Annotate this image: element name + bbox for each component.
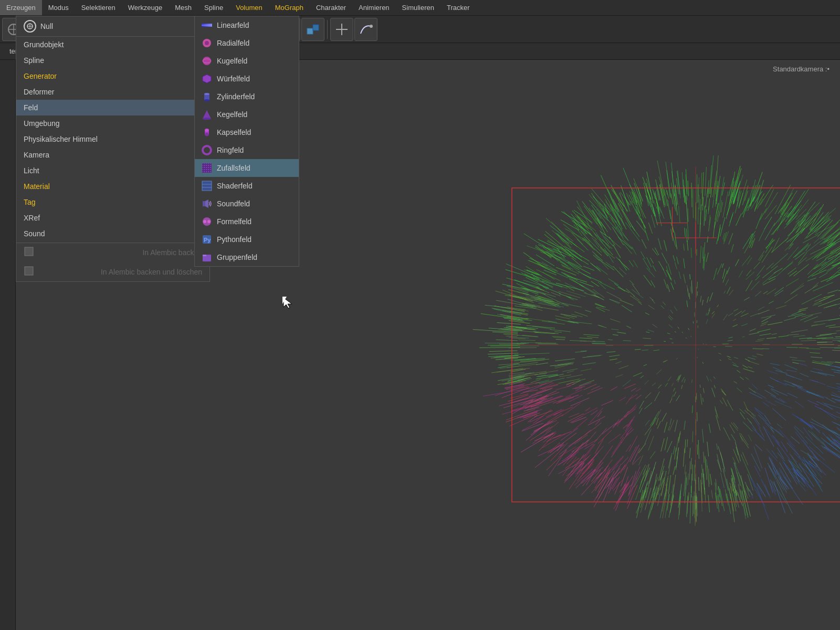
menu-item-kamera[interactable]: Kamera	[16, 147, 209, 163]
toolbar-btn-move2[interactable]	[330, 18, 353, 41]
svg-point-32	[203, 57, 211, 65]
svg-text:Py: Py	[204, 237, 211, 243]
submenu-wuerfelfeld[interactable]: Würfelfeld	[195, 70, 299, 88]
pythonfeld-icon: Py	[201, 234, 213, 245]
menu-charakter[interactable]: Charakter	[310, 0, 352, 15]
svg-rect-27	[25, 267, 33, 275]
gruppenfeld-icon	[201, 251, 213, 263]
zufallsfeld-icon	[201, 162, 213, 174]
ringfeld-icon	[201, 144, 213, 156]
menu-modus[interactable]: Modus	[42, 0, 75, 15]
svg-point-38	[203, 118, 211, 120]
menu-item-xref[interactable]: XRef	[16, 210, 209, 226]
svg-rect-46	[202, 181, 212, 191]
menu-item-spline[interactable]: Spline	[16, 52, 209, 68]
kegelfeld-icon	[201, 109, 213, 120]
menu-erzeugen[interactable]: Erzeugen	[0, 0, 42, 15]
menu-mograph[interactable]: MoGraph	[269, 0, 310, 15]
alembic2-icon	[24, 266, 34, 278]
shaderfeld-icon	[201, 180, 213, 192]
zylinderfeld-icon	[201, 91, 213, 102]
svg-point-22	[370, 25, 373, 28]
submenu-radialfeld[interactable]: Radialfeld	[195, 34, 299, 52]
menu-item-grundobjekt[interactable]: Grundobjekt	[16, 37, 209, 52]
submenu-ringfeld[interactable]: Ringfeld	[195, 141, 299, 159]
svg-marker-37	[203, 110, 211, 119]
menu-item-null[interactable]: Null	[16, 16, 209, 37]
svg-point-36	[204, 99, 209, 101]
menu-item-material[interactable]: Material	[16, 178, 209, 194]
menu-item-sound[interactable]: Sound	[16, 226, 209, 242]
menu-item-deformer[interactable]: Deformer	[16, 84, 209, 100]
submenu-zylinderfeld[interactable]: Zylinderfeld	[195, 88, 299, 106]
submenu-feld: Linearfeld Radialfeld Kugelfeld Würfelfe…	[194, 16, 299, 267]
svg-point-31	[205, 41, 209, 45]
svg-rect-18	[307, 28, 313, 34]
menu-item-generator[interactable]: Generator	[16, 68, 209, 84]
svg-point-52	[207, 220, 211, 223]
svg-point-51	[203, 220, 206, 223]
dropdown-erzeugen: Null Grundobjekt Spline Generator Deform…	[16, 16, 210, 282]
separator-3	[327, 20, 328, 39]
menu-item-umgebung[interactable]: Umgebung	[16, 116, 209, 131]
menu-item-alembic-bake: In Alembic backen	[16, 243, 209, 262]
menu-werkzeuge[interactable]: Werkzeuge	[122, 0, 169, 15]
svg-rect-49	[203, 201, 205, 206]
toolbar-btn-instances[interactable]	[301, 18, 324, 41]
menu-animieren[interactable]: Animieren	[352, 0, 396, 15]
kapselfeld-icon	[201, 127, 213, 138]
soundfeld-icon	[201, 198, 213, 209]
submenu-zufallsfeld[interactable]: Zufallsfeld	[195, 159, 299, 177]
menu-item-feld[interactable]: Feld	[16, 100, 209, 116]
submenu-soundfeld[interactable]: Soundfeld	[195, 195, 299, 213]
menu-mesh[interactable]: Mesh	[169, 0, 198, 15]
submenu-shaderfeld[interactable]: Shaderfeld	[195, 177, 299, 195]
submenu-kugelfeld[interactable]: Kugelfeld	[195, 52, 299, 70]
menu-item-tag[interactable]: Tag	[16, 194, 209, 210]
svg-rect-26	[25, 247, 33, 256]
alembic-icon	[24, 246, 34, 258]
toolbar-btn-spline-pen[interactable]	[354, 18, 377, 41]
submenu-kegelfeld[interactable]: Kegelfeld	[195, 106, 299, 123]
svg-rect-56	[203, 255, 206, 256]
menu-simulieren[interactable]: Simulieren	[396, 0, 440, 15]
radialfeld-icon	[201, 37, 213, 49]
menu-item-physhimmel[interactable]: Physikalischer Himmel	[16, 131, 209, 147]
menu-tracker[interactable]: Tracker	[440, 0, 476, 15]
menu-volumen[interactable]: Volumen	[229, 0, 269, 15]
left-panel	[0, 60, 16, 630]
formelfeld-icon	[201, 216, 213, 227]
menu-bar: Erzeugen Modus Selektieren Werkzeuge Mes…	[0, 0, 840, 16]
submenu-gruppenfeld[interactable]: Gruppenfeld	[195, 248, 299, 266]
menu-item-alembic-bake-delete: In Alembic backen und löschen	[16, 262, 209, 281]
svg-point-41	[205, 133, 209, 136]
svg-rect-19	[313, 25, 319, 30]
submenu-pythonfeld[interactable]: Py Pythonfeld	[195, 230, 299, 248]
submenu-linearfeld[interactable]: Linearfeld	[195, 16, 299, 34]
menu-spline[interactable]: Spline	[198, 0, 229, 15]
svg-point-42	[203, 146, 211, 154]
submenu-formelfeld[interactable]: Formelfeld	[195, 213, 299, 230]
submenu-kapselfeld[interactable]: Kapselfeld	[195, 123, 299, 141]
menu-item-licht[interactable]: Licht	[16, 163, 209, 178]
linearfeld-icon	[201, 19, 213, 31]
svg-point-35	[204, 93, 209, 95]
wuerfelfeld-icon	[201, 73, 213, 85]
kugelfeld-icon	[201, 55, 213, 67]
null-icon	[24, 20, 36, 33]
menu-selektieren[interactable]: Selektieren	[75, 0, 122, 15]
svg-rect-45	[202, 163, 212, 173]
svg-point-40	[205, 129, 209, 132]
